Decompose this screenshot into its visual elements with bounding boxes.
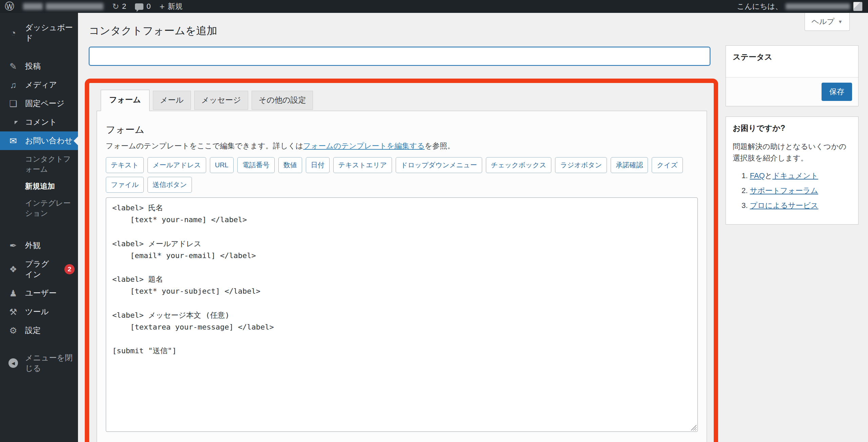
sidebar-item-comments[interactable]: コメント [0, 113, 78, 131]
comments-count: 0 [146, 2, 151, 11]
tag-button-radio[interactable]: ラジオボタン [555, 157, 607, 173]
sidebar-item-label: コメント [25, 117, 57, 127]
sidebar-item-appearance[interactable]: ✒ 外観 [0, 236, 78, 255]
sidebar-item-label: プラグイン [25, 259, 55, 280]
tools-icon: ⚒ [7, 308, 19, 316]
form-panel-description: フォームのテンプレートをここで編集できます。詳しくはフォームのテンプレートを編集… [106, 141, 698, 151]
user-name-redacted [786, 3, 850, 9]
tag-button-quiz[interactable]: クイズ [652, 157, 683, 173]
sidebar-item-users[interactable]: ♟ ユーザー [0, 284, 78, 302]
submenu-item-add-new[interactable]: 新規追加 [0, 178, 78, 195]
user-avatar [853, 2, 863, 11]
help-dropdown-button[interactable]: ヘルプ ▼ [805, 13, 850, 31]
comments-button[interactable]: 0 [135, 0, 151, 13]
tab-messages[interactable]: メッセージ [194, 91, 248, 110]
list-number: 1. [742, 171, 748, 180]
help-list-item-3: 3. プロによるサービス [742, 201, 851, 211]
tab-mail[interactable]: メール [153, 91, 191, 110]
contact-submenu: コンタクトフォーム 新規追加 インテグレーション [0, 150, 78, 226]
collapse-arrow-icon: ◀ [7, 358, 19, 368]
site-name-link[interactable] [23, 0, 103, 13]
annotation-highlight-box: フォーム メール メッセージ その他の設定 フォーム フォームのテンプレートをこ… [85, 79, 718, 442]
submenu-item-integration[interactable]: インテグレーション [0, 195, 78, 222]
faq-link[interactable]: FAQ [750, 171, 765, 180]
form-title-input[interactable] [89, 47, 710, 66]
tag-button-textarea[interactable]: テキストエリア [333, 157, 392, 173]
sidebar-item-pages[interactable]: ❑ 固定ページ [0, 94, 78, 113]
posts-icon: ✎ [7, 62, 19, 71]
plugin-update-badge: 2 [64, 264, 75, 274]
greeting-text: こんにちは、 [737, 1, 783, 12]
sidebar-item-settings[interactable]: ⚙ 設定 [0, 321, 78, 340]
edit-form-template-link[interactable]: フォームのテンプレートを編集する [303, 142, 425, 150]
tag-button-date[interactable]: 日付 [306, 157, 330, 173]
collapse-menu-button[interactable]: ◀ メニューを閉じる [0, 349, 78, 378]
appearance-icon: ✒ [7, 241, 19, 250]
sidebar-item-label: 設定 [25, 325, 41, 336]
plus-icon: + [160, 2, 165, 11]
need-help-text: 問題解決の助けとなるいくつかの選択肢を紹介します。 [733, 141, 851, 164]
new-content-label: 新規 [168, 1, 183, 12]
tag-button-dropdown[interactable]: ドロップダウンメニュー [396, 157, 482, 173]
need-help-postbox: お困りですか? 問題解決の助けとなるいくつかの選択肢を紹介します。 1. FAQ… [726, 117, 859, 225]
comment-bubble-icon [135, 3, 143, 10]
sidebar-item-dashboard[interactable]: ◔ ダッシュボード [0, 18, 78, 47]
tag-button-text[interactable]: テキスト [106, 157, 144, 173]
admin-bar-right: こんにちは、 [737, 0, 863, 13]
sidebar-item-label: ユーザー [25, 288, 57, 298]
dashboard-icon: ◔ [7, 28, 19, 37]
tag-button-tel[interactable]: 電話番号 [237, 157, 275, 173]
user-icon: ♟ [7, 289, 19, 298]
my-account-menu[interactable]: こんにちは、 [737, 0, 863, 13]
updates-button[interactable]: ↻ 2 [112, 0, 126, 13]
collapse-menu-label: メニューを閉じる [25, 353, 75, 374]
sidebar-item-tools[interactable]: ⚒ ツール [0, 302, 78, 321]
tag-button-email[interactable]: メールアドレス [147, 157, 206, 173]
sidebar-item-label: お問い合わせ [25, 135, 73, 146]
list-number: 2. [742, 186, 748, 195]
sidebar-item-label: 外観 [25, 240, 41, 251]
need-help-title: お困りですか? [733, 123, 851, 133]
plugin-icon: ❖ [7, 265, 19, 274]
professional-services-link[interactable]: プロによるサービス [750, 201, 818, 210]
sidebar-item-contact[interactable]: ✉ お問い合わせ [0, 131, 78, 150]
admin-bar-left: Ⓦ ↻ 2 0 + 新規 [5, 0, 183, 13]
new-content-button[interactable]: + 新規 [160, 0, 183, 13]
description-text: フォームのテンプレートをここで編集できます。詳しくは [106, 142, 303, 150]
status-save-button[interactable]: 保存 [822, 83, 852, 101]
tag-button-checkbox[interactable]: チェックボックス [486, 157, 552, 173]
settings-icon: ⚙ [7, 326, 19, 335]
content-area: コンタクトフォームを追加 フォーム メール メッセージ その他の設定 フォーム … [78, 13, 868, 442]
status-box-title: ステータス [726, 46, 858, 77]
wordpress-logo-icon: Ⓦ [5, 2, 14, 11]
form-template-editor: <label> 氏名 [text* your-name] </label> <l… [106, 197, 698, 433]
help-label: ヘルプ [812, 17, 835, 27]
sidebar-item-media[interactable]: ♫ メディア [0, 76, 78, 94]
sidebar-item-posts[interactable]: ✎ 投稿 [0, 57, 78, 76]
envelope-icon: ✉ [7, 136, 19, 145]
submenu-item-contact-forms[interactable]: コンタクトフォーム [0, 151, 78, 178]
wordpress-admin-screen: Ⓦ ↻ 2 0 + 新規 こんにちは、 [0, 0, 868, 442]
updates-count: 2 [122, 2, 126, 11]
chevron-down-icon: ▼ [838, 19, 843, 24]
support-forum-link[interactable]: サポートフォーラム [750, 186, 818, 195]
tag-button-file[interactable]: ファイル [106, 177, 144, 193]
sidebar-item-plugins[interactable]: ❖ プラグイン 2 [0, 255, 78, 284]
tag-button-number[interactable]: 数値 [278, 157, 302, 173]
status-postbox: ステータス 保存 [726, 45, 859, 106]
description-text: を参照。 [425, 142, 455, 150]
form-template-textarea[interactable]: <label> 氏名 [text* your-name] </label> <l… [106, 197, 698, 432]
tag-button-url[interactable]: URL [210, 157, 234, 173]
site-name-redacted [23, 3, 43, 10]
tag-generator-buttons: テキスト メールアドレス URL 電話番号 数値 日付 テキストエリア ドロップ… [106, 157, 698, 193]
submenu-item-label: 新規追加 [25, 182, 55, 190]
tag-button-submit[interactable]: 送信ボタン [147, 177, 192, 193]
tab-additional-settings[interactable]: その他の設定 [252, 91, 313, 110]
tab-form[interactable]: フォーム [101, 90, 150, 111]
docs-link[interactable]: ドキュメント [772, 171, 818, 180]
editor-tabs: フォーム メール メッセージ その他の設定 [97, 90, 707, 111]
tag-button-acceptance[interactable]: 承諾確認 [611, 157, 648, 173]
sidebar-item-label: ダッシュボード [25, 22, 75, 43]
sidebar-item-label: 投稿 [25, 61, 41, 71]
wp-logo-menu[interactable]: Ⓦ [5, 0, 14, 13]
